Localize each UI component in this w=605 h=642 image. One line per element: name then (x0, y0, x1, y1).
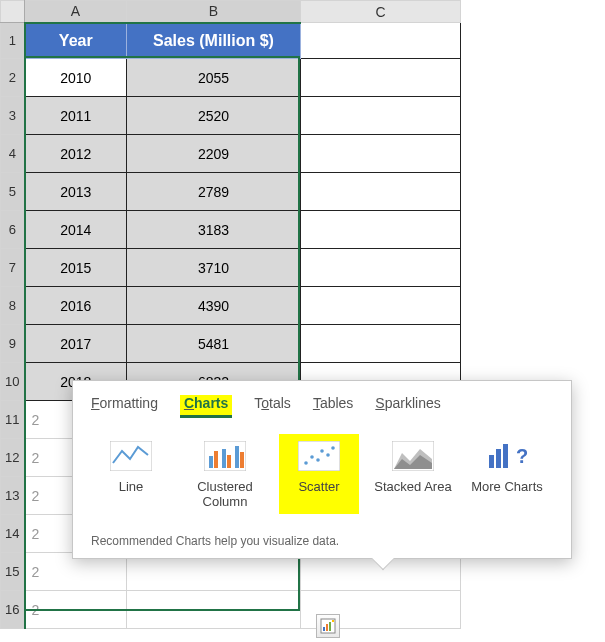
chart-option-line[interactable]: Line (91, 434, 171, 514)
svg-rect-11 (235, 446, 239, 468)
cell-B2[interactable]: 2055 (127, 59, 301, 97)
cell-C6[interactable] (301, 211, 461, 249)
scatter-chart-icon (297, 438, 341, 474)
cell-B7[interactable]: 3710 (127, 249, 301, 287)
svg-rect-3 (329, 622, 331, 631)
row-header[interactable]: 14 (1, 515, 25, 553)
chart-option-stacked-area[interactable]: Stacked Area (373, 434, 453, 514)
cell-A7[interactable]: 2015 (25, 249, 127, 287)
cell-A3[interactable]: 2011 (25, 97, 127, 135)
column-header-B[interactable]: B (127, 1, 301, 23)
select-all-corner[interactable] (1, 1, 25, 23)
cell-C5[interactable] (301, 173, 461, 211)
chart-options: Line Clustered Column Scatter Stacked Ar… (91, 434, 553, 514)
row-header[interactable]: 6 (1, 211, 25, 249)
svg-point-18 (326, 453, 330, 457)
row-header[interactable]: 5 (1, 173, 25, 211)
cell-B3[interactable]: 2520 (127, 97, 301, 135)
cell-B6[interactable]: 3183 (127, 211, 301, 249)
svg-rect-7 (209, 456, 213, 468)
cell-C7[interactable] (301, 249, 461, 287)
svg-rect-13 (298, 441, 340, 471)
cell-B1[interactable]: Sales (Million $) (127, 23, 301, 59)
line-chart-icon (109, 438, 153, 474)
row-header[interactable]: 7 (1, 249, 25, 287)
clustered-column-icon (203, 438, 247, 474)
row-header[interactable]: 10 (1, 363, 25, 401)
chart-option-label: Clustered Column (185, 480, 265, 510)
row-header[interactable]: 16 (1, 591, 25, 629)
row-header[interactable]: 8 (1, 287, 25, 325)
chart-option-label: More Charts (471, 480, 543, 510)
svg-rect-2 (326, 624, 328, 631)
cell-A2[interactable]: 2010 (25, 59, 127, 97)
cell-A5[interactable]: 2013 (25, 173, 127, 211)
row-header[interactable]: 12 (1, 439, 25, 477)
tab-charts[interactable]: Charts (180, 395, 232, 418)
chart-option-label: Scatter (298, 480, 339, 510)
cell-A9[interactable]: 2017 (25, 325, 127, 363)
row-header[interactable]: 3 (1, 97, 25, 135)
cell-B8[interactable]: 4390 (127, 287, 301, 325)
row-header[interactable]: 1 (1, 23, 25, 59)
svg-point-17 (320, 449, 324, 453)
cell-C4[interactable] (301, 135, 461, 173)
svg-rect-1 (323, 627, 325, 631)
row-header[interactable]: 2 (1, 59, 25, 97)
column-header-C[interactable]: C (301, 1, 461, 23)
row-header[interactable]: 4 (1, 135, 25, 173)
quick-analysis-icon (319, 617, 337, 635)
cell-C8[interactable] (301, 287, 461, 325)
chart-option-label: Line (119, 480, 144, 510)
cell-B9[interactable]: 5481 (127, 325, 301, 363)
svg-rect-9 (222, 449, 226, 468)
stacked-area-icon (391, 438, 435, 474)
svg-rect-4 (332, 620, 334, 622)
cell-C1[interactable]: Sales Forecast (301, 23, 461, 59)
cell-B4[interactable]: 2209 (127, 135, 301, 173)
tab-totals[interactable]: Totals (254, 395, 291, 418)
svg-point-19 (331, 446, 335, 450)
svg-rect-10 (227, 455, 231, 468)
svg-rect-23 (489, 455, 494, 468)
svg-point-14 (304, 461, 308, 465)
tab-formatting[interactable]: Formatting (91, 395, 158, 418)
cell-A16[interactable]: 2 (25, 591, 127, 629)
quick-analysis-popup: Formatting Charts Totals Tables Sparklin… (72, 380, 572, 559)
chart-option-label: Stacked Area (374, 480, 451, 510)
cell-C2[interactable] (301, 59, 461, 97)
svg-point-16 (316, 458, 320, 462)
cell-A4[interactable]: 2012 (25, 135, 127, 173)
more-charts-icon: ? (485, 438, 529, 474)
svg-rect-8 (214, 451, 218, 468)
cell-A6[interactable]: 2014 (25, 211, 127, 249)
chart-option-more-charts[interactable]: ? More Charts (467, 434, 547, 514)
cell-B16[interactable] (127, 591, 301, 629)
svg-text:?: ? (516, 445, 528, 467)
svg-rect-12 (240, 452, 244, 468)
chart-option-clustered-column[interactable]: Clustered Column (185, 434, 265, 514)
tab-tables[interactable]: Tables (313, 395, 353, 418)
cell-B5[interactable]: 2789 (127, 173, 301, 211)
svg-rect-25 (503, 444, 508, 468)
svg-rect-24 (496, 449, 501, 468)
column-header-A[interactable]: A (25, 1, 127, 23)
row-header[interactable]: 9 (1, 325, 25, 363)
tab-sparklines[interactable]: Sparklines (375, 395, 440, 418)
row-header[interactable]: 13 (1, 477, 25, 515)
row-header[interactable]: 15 (1, 553, 25, 591)
cell-A1[interactable]: Year (25, 23, 127, 59)
popup-tabs: Formatting Charts Totals Tables Sparklin… (91, 395, 553, 418)
row-header[interactable]: 11 (1, 401, 25, 439)
svg-point-15 (310, 455, 314, 459)
chart-option-scatter[interactable]: Scatter (279, 434, 359, 514)
quick-analysis-button[interactable] (316, 614, 340, 638)
cell-C3[interactable] (301, 97, 461, 135)
cell-C9[interactable] (301, 325, 461, 363)
popup-help-text: Recommended Charts help you visualize da… (91, 528, 553, 548)
cell-A8[interactable]: 2016 (25, 287, 127, 325)
